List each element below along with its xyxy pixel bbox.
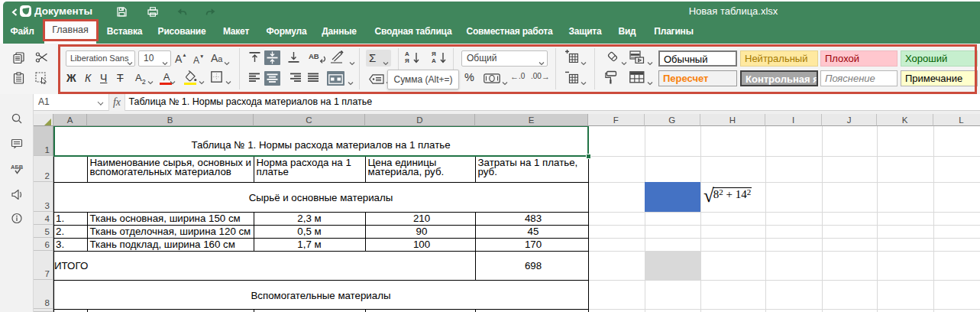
- svg-text:АБВ: АБВ: [11, 164, 24, 171]
